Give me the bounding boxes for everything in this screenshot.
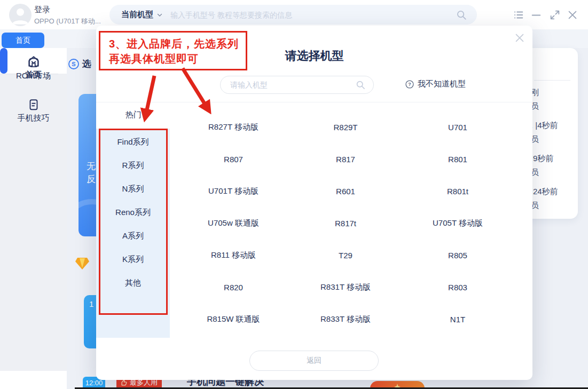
chevron-down-icon [156, 12, 163, 18]
close-icon[interactable] [567, 9, 578, 21]
series-item-hot[interactable]: 热门 [96, 110, 171, 120]
series-item[interactable]: K系列 [96, 248, 170, 271]
model-item[interactable]: N1T [402, 303, 514, 335]
svg-text:?: ? [408, 82, 411, 87]
feed-fragment: 员 [531, 168, 578, 181]
model-item[interactable]: R820 [177, 271, 289, 303]
tab-home-label: 首页 [15, 36, 30, 45]
tab-home[interactable]: 首页 [2, 33, 44, 48]
current-model-dropdown[interactable]: 当前机型 [121, 10, 163, 20]
global-search-input[interactable] [170, 11, 421, 19]
login-link[interactable]: 登录 [34, 5, 50, 15]
menu-icon[interactable] [513, 9, 524, 21]
unknown-model-label: 我不知道机型 [418, 79, 466, 89]
model-item[interactable]: R801 [402, 143, 514, 175]
model-item[interactable]: R803 [402, 271, 514, 303]
series-item[interactable]: R系列 [96, 154, 170, 177]
dialog-close-icon[interactable] [514, 32, 526, 44]
sidebar-panel: ROM市场 手机技巧 [0, 74, 67, 371]
phone-tips-icon [27, 98, 41, 112]
feed-fragment: |9秒前 [531, 154, 578, 168]
feed-fragment: . |4秒前 [531, 121, 578, 134]
activity-feed: 刚员. |4秒前员|9秒前员|24秒前员 [531, 88, 578, 215]
svg-text:S: S [72, 61, 75, 67]
annotation-line-1: 3、进入品牌后，先选系列 [109, 36, 246, 51]
schedule-card-text: 1 [89, 299, 93, 308]
gem-icon [75, 257, 90, 270]
maximize-icon[interactable] [549, 9, 561, 21]
model-search-input[interactable] [230, 81, 342, 89]
sidebar-item-rom-market[interactable]: ROM市场 [0, 55, 67, 81]
model-item[interactable]: U705T 移动版 [402, 207, 514, 239]
feed-fragment: 刚 [531, 88, 578, 101]
banner-text-2: 反 [87, 173, 96, 185]
sidebar: 首页 ROM市场 手机技巧 [0, 48, 67, 389]
person-icon [9, 4, 32, 26]
model-item[interactable]: R827T 移动版 [177, 111, 289, 143]
model-item[interactable]: U701 [402, 111, 514, 143]
model-item[interactable]: R801t [402, 175, 514, 207]
sidebar-item-phone-tips[interactable]: 手机技巧 [0, 98, 67, 123]
series-item[interactable]: N系列 [96, 177, 170, 201]
annotation-line-2: 再选具体机型即可 [109, 51, 246, 66]
feed-fragment: 员 [531, 101, 578, 115]
model-item[interactable]: R811 移动版 [177, 239, 289, 271]
model-select-dialog: 请选择机型 ? 我不知道机型 热门 Find系列R系列N系列Reno系列A系列K… [96, 26, 532, 380]
series-item[interactable]: 其他 [96, 271, 170, 295]
window-titlebar: 登录 OPPO (U701T 移动... 当前机型 [0, 0, 588, 29]
model-item[interactable]: R829T [289, 111, 402, 143]
global-search: 当前机型 [109, 5, 477, 25]
model-item[interactable]: R833T 移动版 [289, 303, 402, 335]
model-item[interactable]: R805 [402, 239, 514, 271]
model-item[interactable]: U705w 联通版 [177, 207, 289, 239]
feed-fragment: 员 [531, 201, 578, 215]
annotation-box: 3、进入品牌后，先选系列 再选具体机型即可 [99, 31, 247, 70]
rom-market-icon [27, 55, 41, 69]
series-item[interactable]: Find系列 [96, 130, 170, 154]
connected-device-label: OPPO (U701T 移动... [34, 17, 101, 26]
model-item[interactable]: R807 [177, 143, 289, 175]
banner-text-1: 无 [87, 160, 96, 172]
step-label: 选 [82, 58, 91, 70]
divider [534, 80, 570, 81]
search-icon[interactable] [355, 80, 366, 90]
divider [96, 102, 532, 102]
series-item[interactable]: Reno系列 [96, 201, 170, 224]
model-item[interactable]: T29 [289, 239, 402, 271]
feed-fragment: 员 [531, 134, 578, 148]
feed-fragment: |24秒前 [531, 187, 578, 201]
model-item[interactable]: R815W 联通版 [177, 303, 289, 335]
model-item[interactable]: R817t [289, 207, 402, 239]
model-item[interactable]: R831T 移动版 [289, 271, 402, 303]
unknown-model-link[interactable]: ? 我不知道机型 [405, 79, 466, 89]
sidebar-item-rom-market-label: ROM市场 [0, 71, 67, 81]
model-item[interactable]: R817 [289, 143, 402, 175]
model-grid: R827T 移动版R829TU701R807R817R801U701T 移动版R… [177, 111, 514, 335]
sidebar-item-phone-tips-label: 手机技巧 [0, 113, 67, 123]
user-avatar[interactable] [9, 4, 32, 26]
step-s-icon: S [68, 58, 80, 70]
thumb-up-icon [121, 379, 128, 386]
question-circle-icon: ? [405, 80, 414, 89]
current-model-label: 当前机型 [121, 10, 153, 20]
model-search [220, 76, 374, 94]
back-button[interactable]: 返回 [249, 351, 379, 371]
series-list: Find系列R系列N系列Reno系列A系列K系列其他 [96, 130, 170, 295]
step-indicator: S 选 [68, 58, 91, 70]
series-item[interactable]: A系列 [96, 224, 170, 248]
model-item[interactable]: R601 [289, 175, 402, 207]
minimize-icon[interactable] [530, 9, 542, 21]
search-icon[interactable] [456, 9, 467, 21]
model-item[interactable]: U701T 移动版 [177, 175, 289, 207]
